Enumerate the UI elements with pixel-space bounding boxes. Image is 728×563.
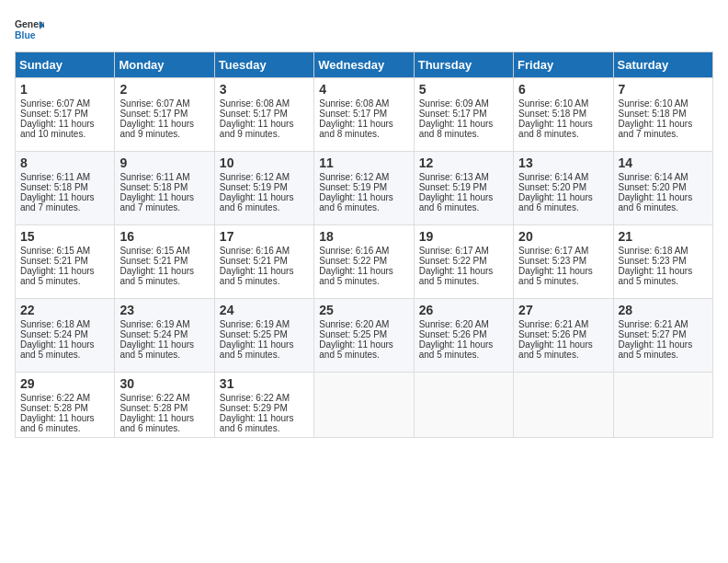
weekday-header-sunday: Sunday (16, 52, 115, 78)
calendar-cell: 19Sunrise: 6:17 AMSunset: 5:22 PMDayligh… (414, 225, 513, 299)
day-number: 20 (518, 229, 608, 244)
day-info-line: and 5 minutes. (220, 350, 309, 360)
day-info-line: and 6 minutes. (220, 202, 309, 213)
day-number: 21 (619, 229, 708, 244)
day-info-line: Sunset: 5:18 PM (119, 182, 209, 192)
day-info-line: Sunrise: 6:09 AM (419, 98, 508, 109)
calendar-week-2: 8Sunrise: 6:11 AMSunset: 5:18 PMDaylight… (16, 152, 713, 225)
day-info-line: Daylight: 11 hours (220, 413, 309, 423)
calendar-cell: 9Sunrise: 6:11 AMSunset: 5:18 PMDaylight… (115, 152, 214, 225)
day-info-line: Sunrise: 6:12 AM (319, 172, 408, 182)
day-info-line: Sunset: 5:17 PM (119, 109, 209, 119)
day-info-line: Sunrise: 6:10 AM (518, 98, 608, 109)
logo-icon: General Blue (15, 15, 44, 44)
day-info-line: Daylight: 11 hours (319, 266, 408, 276)
day-info-line: and 5 minutes. (20, 350, 109, 360)
day-info-line: and 5 minutes. (619, 276, 708, 286)
day-number: 3 (220, 82, 309, 97)
day-info-line: Sunrise: 6:15 AM (119, 246, 209, 256)
day-number: 15 (20, 229, 109, 244)
day-number: 5 (419, 82, 508, 97)
day-info-line: Daylight: 11 hours (419, 192, 508, 202)
day-info-line: Sunrise: 6:13 AM (419, 172, 508, 182)
day-info-line: Sunrise: 6:11 AM (20, 172, 109, 182)
calendar-week-3: 15Sunrise: 6:15 AMSunset: 5:21 PMDayligh… (16, 225, 713, 299)
calendar-cell: 20Sunrise: 6:17 AMSunset: 5:23 PMDayligh… (514, 225, 613, 299)
day-number: 11 (319, 155, 408, 170)
calendar-cell: 27Sunrise: 6:21 AMSunset: 5:26 PMDayligh… (514, 299, 613, 373)
day-number: 13 (518, 155, 608, 170)
day-number: 23 (119, 303, 209, 317)
day-info-line: Daylight: 11 hours (220, 266, 309, 276)
day-info-line: Sunset: 5:25 PM (319, 329, 408, 339)
day-info-line: Sunrise: 6:22 AM (220, 393, 309, 403)
day-info-line: and 7 minutes. (119, 202, 209, 213)
calendar-cell: 10Sunrise: 6:12 AMSunset: 5:19 PMDayligh… (214, 152, 313, 225)
day-info-line: Sunrise: 6:19 AM (119, 319, 209, 329)
day-info-line: Daylight: 11 hours (419, 339, 508, 350)
day-info-line: Sunset: 5:19 PM (419, 182, 508, 192)
calendar-cell: 3Sunrise: 6:08 AMSunset: 5:17 PMDaylight… (214, 78, 313, 152)
day-number: 26 (419, 303, 508, 317)
day-info-line: Daylight: 11 hours (518, 192, 608, 202)
day-info-line: Daylight: 11 hours (220, 119, 309, 129)
calendar-cell: 7Sunrise: 6:10 AMSunset: 5:18 PMDaylight… (613, 78, 712, 152)
day-info-line: Daylight: 11 hours (319, 119, 408, 129)
day-info-line: and 5 minutes. (20, 276, 109, 286)
calendar-cell: 21Sunrise: 6:18 AMSunset: 5:23 PMDayligh… (613, 225, 712, 299)
day-number: 29 (20, 376, 109, 391)
day-info-line: Sunset: 5:24 PM (20, 329, 109, 339)
day-number: 28 (619, 303, 708, 317)
calendar-cell: 18Sunrise: 6:16 AMSunset: 5:22 PMDayligh… (314, 225, 414, 299)
calendar-week-1: 1Sunrise: 6:07 AMSunset: 5:17 PMDaylight… (16, 78, 713, 152)
calendar-cell: 2Sunrise: 6:07 AMSunset: 5:17 PMDaylight… (115, 78, 214, 152)
calendar-cell: 6Sunrise: 6:10 AMSunset: 5:18 PMDaylight… (514, 78, 613, 152)
day-info-line: Sunset: 5:18 PM (619, 109, 708, 119)
day-info-line: Sunset: 5:21 PM (220, 256, 309, 266)
day-info-line: and 6 minutes. (419, 202, 508, 213)
weekday-header-monday: Monday (115, 52, 214, 78)
day-info-line: Sunset: 5:22 PM (419, 256, 508, 266)
day-number: 30 (119, 376, 209, 391)
day-info-line: Sunset: 5:20 PM (619, 182, 708, 192)
day-info-line: Sunrise: 6:11 AM (119, 172, 209, 182)
day-info-line: Sunrise: 6:18 AM (619, 246, 708, 256)
day-info-line: and 7 minutes. (20, 202, 109, 213)
calendar-cell: 13Sunrise: 6:14 AMSunset: 5:20 PMDayligh… (514, 152, 613, 225)
day-number: 4 (319, 82, 408, 97)
day-info-line: Daylight: 11 hours (319, 192, 408, 202)
calendar-cell: 15Sunrise: 6:15 AMSunset: 5:21 PMDayligh… (16, 225, 115, 299)
calendar-cell: 25Sunrise: 6:20 AMSunset: 5:25 PMDayligh… (314, 299, 414, 373)
day-number: 2 (119, 82, 209, 97)
day-info-line: and 5 minutes. (119, 350, 209, 360)
day-info-line: Sunset: 5:28 PM (119, 403, 209, 413)
day-info-line: Daylight: 11 hours (619, 339, 708, 350)
logo: General Blue (15, 15, 44, 44)
day-info-line: and 6 minutes. (619, 202, 708, 213)
day-info-line: and 5 minutes. (619, 350, 708, 360)
day-info-line: Sunrise: 6:16 AM (220, 246, 309, 256)
calendar-cell: 8Sunrise: 6:11 AMSunset: 5:18 PMDaylight… (16, 152, 115, 225)
day-number: 16 (119, 229, 209, 244)
day-info-line: Sunset: 5:25 PM (220, 329, 309, 339)
day-info-line: and 8 minutes. (419, 129, 508, 139)
day-info-line: Daylight: 11 hours (119, 339, 209, 350)
day-info-line: and 8 minutes. (319, 129, 408, 139)
page-header: General Blue (15, 15, 713, 44)
day-info-line: and 6 minutes. (518, 202, 608, 213)
day-number: 17 (220, 229, 309, 244)
day-info-line: Sunrise: 6:20 AM (419, 319, 508, 329)
day-number: 24 (220, 303, 309, 317)
day-info-line: Sunset: 5:17 PM (419, 109, 508, 119)
day-info-line: Sunrise: 6:08 AM (220, 98, 309, 109)
day-info-line: Daylight: 11 hours (119, 192, 209, 202)
day-number: 8 (20, 155, 109, 170)
day-info-line: and 5 minutes. (419, 276, 508, 286)
calendar-cell (314, 373, 414, 438)
day-number: 18 (319, 229, 408, 244)
day-info-line: and 5 minutes. (419, 350, 508, 360)
day-info-line: Daylight: 11 hours (119, 119, 209, 129)
day-info-line: Daylight: 11 hours (419, 266, 508, 276)
day-info-line: and 6 minutes. (319, 202, 408, 213)
day-number: 1 (20, 82, 109, 97)
